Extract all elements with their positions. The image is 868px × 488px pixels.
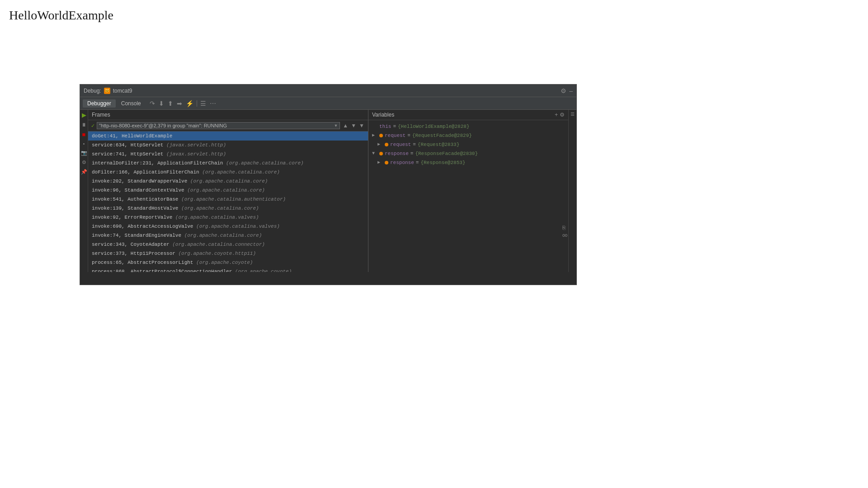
var-name-request-inner: request (390, 141, 411, 148)
var-value-request-inner: {Request@2833} (418, 141, 459, 148)
frame-item[interactable]: invoke:541, AuthenticatorBase (org.apach… (88, 195, 368, 204)
var-settings-icon[interactable]: ⚙ (560, 112, 565, 118)
var-dot-response-inner (385, 161, 388, 164)
frame-item[interactable]: doFilter:166, ApplicationFilterChain (or… (88, 168, 368, 177)
var-expand-response-inner[interactable]: ▶ (377, 159, 383, 166)
main-content: ▶ ⏸ ■ • 📷 ⚙ 📌 Frames ✓ "http-nio-8080-ex… (80, 110, 576, 272)
tomcat-icon: 🐱 (104, 88, 110, 94)
var-dot-response (379, 152, 383, 155)
debug-window: Debug: 🐱 tomcat9 ⚙ – Debugger Console ↷ … (80, 84, 577, 285)
variables-toolbar: + ⚙ (555, 112, 565, 118)
frame-item[interactable]: service:741, HttpServlet (javax.servlet.… (88, 150, 368, 159)
var-side-buttons: ⎘ oo (562, 225, 567, 238)
var-add-icon[interactable]: + (555, 112, 558, 118)
variables-panel: Variables + ⚙ this = {HelloWorldExample@… (368, 110, 568, 272)
thread-dropdown-icon: ▼ (334, 123, 338, 128)
frame-item[interactable]: service:634, HttpServlet (javax.servlet.… (88, 141, 368, 150)
frame-item[interactable]: invoke:96, StandardContextValve (org.apa… (88, 186, 368, 195)
frame-item[interactable]: process:65, AbstractProcessorLight (org.… (88, 258, 368, 267)
thread-selector: ✓ "http-nio-8080-exec-9"@2,379 in group … (88, 120, 368, 131)
var-name-response-inner: response (390, 159, 414, 166)
minimize-icon[interactable]: – (569, 87, 573, 94)
var-value-this: {HelloWorldExample@2828} (398, 123, 469, 130)
frames-header: Frames (88, 110, 368, 120)
debug-titlebar-left: Debug: 🐱 tomcat9 (84, 88, 132, 94)
frame-item[interactable]: invoke:74, StandardEngineValve (org.apac… (88, 231, 368, 240)
var-expand-request-inner[interactable]: ▶ (377, 141, 383, 148)
toolbar-more-icon[interactable]: ⋯ (208, 100, 217, 107)
debug-label: Debug: (84, 88, 101, 94)
toolbar-step-over-icon[interactable]: ↷ (148, 100, 156, 107)
var-copy-icon[interactable]: ⎘ (562, 225, 567, 231)
toolbar-step-out-icon[interactable]: ⬆ (166, 100, 175, 107)
frame-item[interactable]: invoke:202, StandardWrapperValve (org.ap… (88, 177, 368, 186)
var-value-request-facade: {RequestFacade@2829} (412, 132, 472, 139)
var-tree: this = {HelloWorldExample@2828} ▶ reques… (368, 120, 568, 272)
toolbar-frames-icon[interactable]: ☰ (199, 100, 208, 107)
var-expand-response[interactable]: ▼ (372, 150, 377, 157)
var-name-request-facade: request (385, 132, 406, 139)
var-item-response-facade[interactable]: ▼ response = {ResponseFacade@2830} (368, 149, 568, 158)
toolbar-step-into-icon[interactable]: ⬇ (157, 100, 165, 107)
gutter-pause-icon[interactable]: ⏸ (81, 122, 86, 127)
settings-icon[interactable]: ⚙ (561, 87, 566, 94)
variables-header: Variables + ⚙ (368, 110, 568, 120)
thread-up-icon[interactable]: ▲ (342, 122, 349, 129)
frame-item[interactable]: invoke:690, AbstractAccessLogValve (org.… (88, 222, 368, 231)
frame-list: doGet:41, HelloWorldExample service:634,… (88, 131, 368, 272)
thread-select[interactable]: "http-nio-8080-exec-9"@2,379 in group "m… (97, 122, 340, 129)
toolbar-icons: ↷ ⬇ ⬆ ➡ ⚡ ☰ ⋯ (148, 100, 217, 107)
var-expand-request[interactable]: ▶ (372, 132, 377, 139)
var-dot-request-inner (385, 143, 388, 146)
frame-item[interactable]: service:343, CoyoteAdapter (org.apache.c… (88, 240, 368, 249)
page-title: HelloWorldExample (0, 0, 868, 31)
frame-method: doGet:41, HelloWorldExample (92, 133, 172, 139)
tab-console[interactable]: Console (117, 99, 146, 108)
thread-check-icon: ✓ (91, 123, 95, 129)
gutter-pin-icon[interactable]: 📌 (81, 169, 87, 175)
thread-name: "http-nio-8080-exec-9"@2,379 in group "m… (99, 123, 334, 128)
gutter-resume-icon[interactable]: ▶ (82, 112, 86, 118)
toolbar-evaluate-icon[interactable]: ⚡ (184, 100, 195, 107)
var-oo-icon[interactable]: oo (562, 233, 567, 238)
gutter-settings-icon[interactable]: ⚙ (82, 160, 86, 165)
var-item-this[interactable]: this = {HelloWorldExample@2828} (368, 122, 568, 131)
frame-item[interactable]: process:868, AbstractProtocol$Connection… (88, 267, 368, 272)
frame-item[interactable]: invoke:92, ErrorReportValve (org.apache.… (88, 213, 368, 222)
frames-panel: Frames ✓ "http-nio-8080-exec-9"@2,379 in… (88, 110, 368, 272)
frames-title: Frames (92, 112, 110, 118)
toolbar-run-cursor-icon[interactable]: ➡ (175, 100, 184, 107)
toolbar-sep1 (197, 100, 197, 107)
frame-item[interactable]: invoke:139, StandardHostValve (org.apach… (88, 204, 368, 213)
var-value-response-inner: {Response@2853} (420, 159, 465, 166)
right-gutter: ☰ (568, 110, 576, 272)
tab-debugger[interactable]: Debugger (83, 99, 116, 108)
variables-title: Variables (372, 112, 394, 118)
titlebar-controls: ⚙ – (561, 87, 573, 94)
var-name-this: this (379, 123, 391, 130)
frame-item[interactable]: doGet:41, HelloWorldExample (88, 131, 368, 141)
thread-down-icon[interactable]: ▼ (350, 122, 357, 129)
var-dot-request (379, 134, 383, 137)
thread-filter-icon[interactable]: ▼ (358, 122, 365, 129)
left-gutter: ▶ ⏸ ■ • 📷 ⚙ 📌 (80, 110, 88, 272)
session-tab-label[interactable]: tomcat9 (113, 88, 132, 94)
right-gutter-icon[interactable]: ☰ (571, 112, 575, 117)
frame-item[interactable]: internalDoFilter:231, ApplicationFilterC… (88, 159, 368, 168)
var-value-response-facade: {ResponseFacade@2830} (415, 150, 478, 157)
gutter-camera-icon[interactable]: 📷 (81, 150, 87, 156)
var-item-request-inner[interactable]: ▶ request = {Request@2833} (368, 140, 568, 149)
var-item-request-facade[interactable]: ▶ request = {RequestFacade@2829} (368, 131, 568, 140)
var-name-response-facade: response (385, 150, 409, 157)
thread-controls: ▲ ▼ ▼ (342, 122, 365, 129)
debug-titlebar: Debug: 🐱 tomcat9 ⚙ – (80, 84, 576, 97)
tab-bar: Debugger Console ↷ ⬇ ⬆ ➡ ⚡ ☰ ⋯ (80, 97, 576, 110)
gutter-stop-icon[interactable]: ■ (82, 131, 86, 138)
frame-item[interactable]: service:373, Http11Processor (org.apache… (88, 249, 368, 258)
var-item-response-inner[interactable]: ▶ response = {Response@2853} (368, 158, 568, 167)
gutter-icon4: • (83, 141, 85, 146)
